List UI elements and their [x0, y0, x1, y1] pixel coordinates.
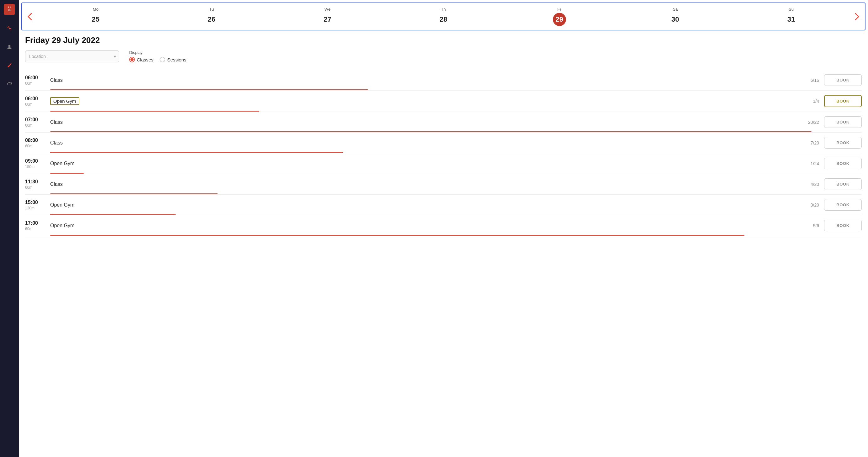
class-name-4: Open Gym [50, 161, 800, 166]
class-capacity-0: 6/16 [800, 78, 819, 83]
day-we-27[interactable]: We 27 [318, 6, 337, 27]
class-row-1130-class: 11:30 60m Class 4/20 BOOK [25, 174, 862, 195]
day-mo-25[interactable]: Mo 25 [87, 6, 105, 27]
page-body: Friday 29 July 2022 Location ▾ Display C… [19, 30, 868, 457]
book-button-6[interactable]: BOOK [824, 199, 862, 210]
progress-bar-4 [50, 173, 84, 174]
class-name-0: Class [50, 77, 800, 83]
class-time-7: 17:00 60m [25, 220, 50, 231]
radio-classes[interactable]: Classes [129, 57, 153, 62]
prev-week-arrow[interactable] [22, 12, 38, 21]
class-time-4: 09:00 150m [25, 158, 50, 169]
week-days: Mo 25 Tu 26 We 27 Th 28 Fr 29 Sa 30 [38, 6, 849, 27]
sidebar: 29 ✂ ✓ [0, 0, 19, 457]
class-time-3: 08:00 60m [25, 138, 50, 148]
progress-bar-3 [50, 152, 343, 153]
radio-classes-label: Classes [137, 57, 153, 62]
class-row-0700-class: 07:00 60m Class 20/22 BOOK [25, 112, 862, 133]
display-group: Display Classes Sessions [129, 50, 186, 62]
progress-bar-7 [50, 235, 744, 236]
sidebar-refresh-icon[interactable] [4, 79, 15, 90]
radio-sessions-circle [160, 57, 165, 62]
filters-row: Location ▾ Display Classes Sessions [25, 50, 862, 62]
class-name-2: Class [50, 120, 800, 125]
day-tu-26[interactable]: Tu 26 [203, 6, 221, 27]
week-navigator: Mo 25 Tu 26 We 27 Th 28 Fr 29 Sa 30 [21, 2, 866, 30]
progress-bar-6 [50, 214, 176, 215]
location-select-wrap: Location ▾ [25, 51, 119, 62]
radio-group: Classes Sessions [129, 57, 186, 62]
class-name-6: Open Gym [50, 202, 800, 208]
day-th-28[interactable]: Th 28 [434, 6, 453, 27]
day-sa-30[interactable]: Sa 30 [666, 6, 684, 27]
radio-classes-circle [129, 57, 135, 62]
sidebar-calendar-icon[interactable]: 29 [4, 4, 15, 15]
progress-bar-1 [50, 111, 259, 111]
svg-text:29: 29 [8, 9, 11, 11]
class-capacity-3: 7/20 [800, 140, 819, 145]
day-su-31[interactable]: Su 31 [782, 6, 800, 27]
class-capacity-1: 1/4 [800, 99, 819, 104]
book-button-2[interactable]: BOOK [824, 116, 862, 128]
sidebar-user-icon[interactable] [4, 41, 15, 53]
class-list: 06:00 60m Class 6/16 BOOK 06:00 60m Open… [25, 70, 862, 236]
class-row-1700-opengym: 17:00 60m Open Gym 5/6 BOOK [25, 215, 862, 236]
book-button-7[interactable]: BOOK [824, 220, 862, 231]
class-time-0: 06:00 60m [25, 75, 50, 86]
svg-point-5 [8, 45, 11, 47]
day-fr-29[interactable]: Fr 29 [550, 6, 568, 27]
book-button-4[interactable]: BOOK [824, 158, 862, 169]
progress-bar-5 [50, 193, 218, 194]
page-title: Friday 29 July 2022 [25, 35, 862, 45]
radio-sessions-label: Sessions [167, 57, 186, 62]
class-name-5: Class [50, 182, 800, 187]
class-row-0900-opengym: 09:00 150m Open Gym 1/24 BOOK [25, 153, 862, 174]
location-select[interactable]: Location [25, 51, 119, 62]
book-button-5[interactable]: BOOK [824, 178, 862, 190]
svg-rect-2 [8, 7, 9, 8]
class-name-7: Open Gym [50, 223, 800, 228]
book-button-1[interactable]: BOOK [824, 95, 862, 107]
svg-rect-1 [7, 7, 12, 9]
book-button-3[interactable]: BOOK [824, 137, 862, 149]
radio-sessions[interactable]: Sessions [160, 57, 186, 62]
sidebar-check-icon[interactable]: ✓ [4, 60, 15, 71]
progress-bar-2 [50, 131, 811, 132]
display-label: Display [129, 50, 186, 55]
class-row-0800-class: 08:00 60m Class 7/20 BOOK [25, 133, 862, 153]
next-week-arrow[interactable] [849, 12, 865, 21]
class-name-3: Class [50, 140, 800, 146]
class-row-0600-opengym: 06:00 60m Open Gym 1/4 BOOK [25, 91, 862, 112]
open-gym-tag-1: Open Gym [50, 97, 79, 105]
class-capacity-7: 5/6 [800, 223, 819, 228]
sidebar-scissors-icon[interactable]: ✂ [2, 20, 18, 36]
class-time-6: 15:00 120m [25, 200, 50, 210]
class-time-1: 06:00 60m [25, 96, 50, 106]
class-row-0600-class: 06:00 60m Class 6/16 BOOK [25, 70, 862, 91]
class-time-2: 07:00 60m [25, 117, 50, 128]
svg-rect-3 [10, 7, 11, 8]
class-capacity-2: 20/22 [800, 120, 819, 125]
class-time-5: 11:30 60m [25, 179, 50, 190]
class-row-1500-opengym: 15:00 120m Open Gym 3/20 BOOK [25, 195, 862, 215]
progress-bar-0 [50, 89, 368, 90]
class-capacity-5: 4/20 [800, 182, 819, 187]
class-capacity-4: 1/24 [800, 161, 819, 166]
class-name-1: Open Gym [50, 97, 800, 105]
book-button-0[interactable]: BOOK [824, 74, 862, 86]
class-capacity-6: 3/20 [800, 202, 819, 207]
main-content: Mo 25 Tu 26 We 27 Th 28 Fr 29 Sa 30 [19, 0, 868, 457]
